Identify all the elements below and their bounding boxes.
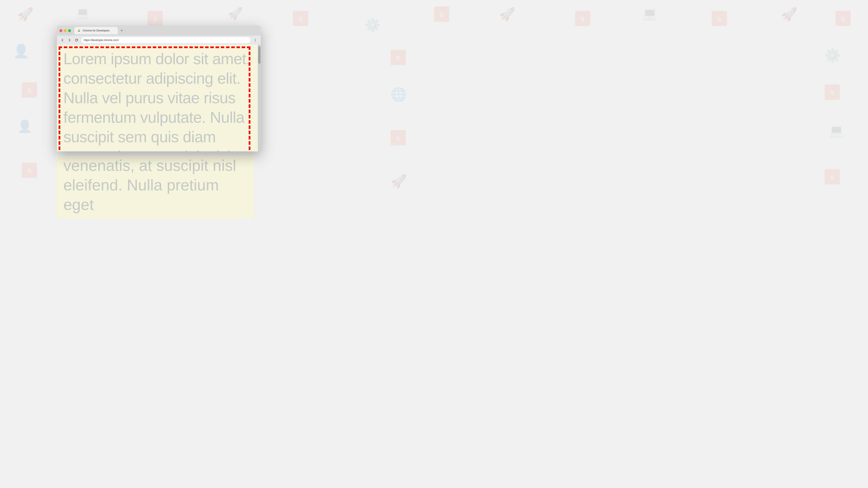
reload-button[interactable] xyxy=(73,37,80,43)
svg-rect-10 xyxy=(835,11,850,26)
bg-icon-4: ⚙️ xyxy=(365,18,381,33)
svg-text:5: 5 xyxy=(153,16,157,23)
bg-html-8: 5 xyxy=(22,83,37,98)
svg-text:5: 5 xyxy=(831,174,834,181)
svg-text:5: 5 xyxy=(718,16,721,23)
svg-text:5: 5 xyxy=(299,16,302,23)
minimize-button[interactable] xyxy=(64,29,67,32)
svg-rect-16 xyxy=(825,85,840,100)
bg-icon-5: 🚀 xyxy=(499,6,516,22)
svg-point-29 xyxy=(255,41,256,42)
below-lorem-text: venenatis, at suscipit nisl eleifend. Nu… xyxy=(63,157,236,213)
svg-rect-4 xyxy=(434,6,449,22)
tab-area: Chrome for Developers + xyxy=(74,27,258,34)
svg-point-28 xyxy=(255,40,256,40)
svg-text:5: 5 xyxy=(581,16,584,23)
bg-html-5: 5 xyxy=(712,11,727,27)
bg-icon-1: 🚀 xyxy=(18,6,34,22)
svg-rect-0 xyxy=(148,11,163,26)
svg-rect-12 xyxy=(391,50,406,65)
bg-icon-3: 🚀 xyxy=(228,6,243,21)
svg-rect-18 xyxy=(391,130,406,145)
svg-rect-22 xyxy=(825,169,840,184)
tab-title: Chrome for Developers xyxy=(83,29,110,32)
svg-rect-14 xyxy=(22,83,37,98)
address-bar[interactable]: https://developer.chrome.com/ xyxy=(81,37,250,43)
scrollbar[interactable] xyxy=(258,45,261,152)
svg-point-26 xyxy=(79,30,80,31)
svg-text:5: 5 xyxy=(440,11,443,18)
browser-menu-button[interactable] xyxy=(252,37,258,43)
address-bar-area: https://developer.chrome.com/ xyxy=(57,36,261,45)
browser-window: Chrome for Developers + xyxy=(57,26,261,152)
svg-text:5: 5 xyxy=(28,168,31,174)
svg-rect-2 xyxy=(293,11,308,26)
bg-html-4: 5 xyxy=(575,11,590,27)
close-button[interactable] xyxy=(59,29,62,32)
svg-point-27 xyxy=(255,39,256,39)
svg-text:5: 5 xyxy=(831,90,834,96)
bg-html-1: 5 xyxy=(148,11,163,27)
bg-icon-7: 🚀 xyxy=(781,6,798,22)
bg-html-2: 5 xyxy=(293,11,308,27)
lorem-ipsum-text: Lorem ipsum dolor sit amet, consectetur … xyxy=(57,45,261,152)
bg-icon-2: 💻 xyxy=(76,6,89,19)
bg-icon-10: 🌐 xyxy=(391,87,407,102)
svg-text:5: 5 xyxy=(28,88,31,94)
svg-rect-20 xyxy=(22,163,37,178)
bg-icon-13: 🚀 xyxy=(391,173,407,189)
svg-rect-6 xyxy=(575,11,590,26)
svg-rect-8 xyxy=(712,11,727,26)
title-bar: Chrome for Developers + xyxy=(57,26,261,36)
bg-html-9: 5 xyxy=(825,85,840,101)
new-tab-button[interactable]: + xyxy=(119,28,125,34)
below-browser-content: venenatis, at suscipit nisl eleifend. Nu… xyxy=(57,156,254,219)
bg-icon-11: 👤 xyxy=(18,119,32,133)
chrome-favicon xyxy=(77,29,81,33)
bg-html-12: 5 xyxy=(825,169,840,185)
url-text: https://developer.chrome.com/ xyxy=(84,39,119,42)
nav-buttons xyxy=(59,37,80,43)
svg-text:5: 5 xyxy=(397,135,400,142)
browser-tab[interactable]: Chrome for Developers xyxy=(74,27,118,34)
back-button[interactable] xyxy=(59,37,65,43)
bg-html-6: 5 xyxy=(835,11,850,27)
bg-icon-12: 💻 xyxy=(829,124,844,138)
browser-viewport: Lorem ipsum dolor sit amet, consectetur … xyxy=(57,45,261,152)
svg-text:5: 5 xyxy=(397,55,400,62)
maximize-button[interactable] xyxy=(68,29,71,32)
bg-html-10: 5 xyxy=(391,130,406,146)
scrollbar-thumb[interactable] xyxy=(258,46,260,64)
bg-icon-6: 💻 xyxy=(642,6,657,21)
bg-html-11: 5 xyxy=(22,163,37,179)
svg-text:5: 5 xyxy=(841,16,845,23)
traffic-lights xyxy=(59,29,71,32)
bg-html-3: 5 xyxy=(434,6,449,23)
forward-button[interactable] xyxy=(66,37,72,43)
bg-html-7: 5 xyxy=(391,50,406,66)
bg-icon-8: 👤 xyxy=(13,43,29,59)
bg-icon-9: ⚙️ xyxy=(825,48,841,63)
